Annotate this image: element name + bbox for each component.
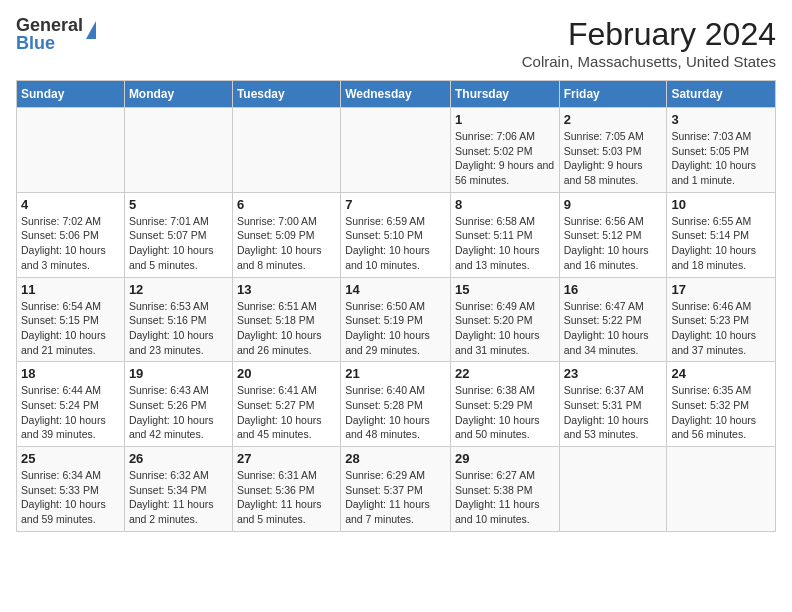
day-number: 29: [455, 451, 555, 466]
table-row: 10Sunrise: 6:55 AM Sunset: 5:14 PM Dayli…: [667, 192, 776, 277]
calendar-title: February 2024: [522, 16, 776, 53]
day-number: 6: [237, 197, 336, 212]
calendar-week-row: 25Sunrise: 6:34 AM Sunset: 5:33 PM Dayli…: [17, 447, 776, 532]
logo-blue: Blue: [16, 34, 83, 52]
day-number: 4: [21, 197, 120, 212]
table-row: 29Sunrise: 6:27 AM Sunset: 5:38 PM Dayli…: [450, 447, 559, 532]
table-row: 15Sunrise: 6:49 AM Sunset: 5:20 PM Dayli…: [450, 277, 559, 362]
table-row: 16Sunrise: 6:47 AM Sunset: 5:22 PM Dayli…: [559, 277, 667, 362]
day-detail: Sunrise: 6:44 AM Sunset: 5:24 PM Dayligh…: [21, 383, 120, 442]
table-row: 26Sunrise: 6:32 AM Sunset: 5:34 PM Dayli…: [124, 447, 232, 532]
logo: General Blue: [16, 16, 96, 52]
day-number: 28: [345, 451, 446, 466]
table-row: 20Sunrise: 6:41 AM Sunset: 5:27 PM Dayli…: [232, 362, 340, 447]
header-wednesday: Wednesday: [341, 81, 451, 108]
day-number: 12: [129, 282, 228, 297]
day-number: 15: [455, 282, 555, 297]
day-detail: Sunrise: 6:37 AM Sunset: 5:31 PM Dayligh…: [564, 383, 663, 442]
day-number: 2: [564, 112, 663, 127]
day-number: 11: [21, 282, 120, 297]
table-row: [124, 108, 232, 193]
day-detail: Sunrise: 7:01 AM Sunset: 5:07 PM Dayligh…: [129, 214, 228, 273]
day-number: 8: [455, 197, 555, 212]
header-tuesday: Tuesday: [232, 81, 340, 108]
header-friday: Friday: [559, 81, 667, 108]
day-detail: Sunrise: 7:06 AM Sunset: 5:02 PM Dayligh…: [455, 129, 555, 188]
table-row: 7Sunrise: 6:59 AM Sunset: 5:10 PM Daylig…: [341, 192, 451, 277]
table-row: 8Sunrise: 6:58 AM Sunset: 5:11 PM Daylig…: [450, 192, 559, 277]
table-row: [17, 108, 125, 193]
calendar-week-row: 11Sunrise: 6:54 AM Sunset: 5:15 PM Dayli…: [17, 277, 776, 362]
calendar-week-row: 4Sunrise: 7:02 AM Sunset: 5:06 PM Daylig…: [17, 192, 776, 277]
table-row: 25Sunrise: 6:34 AM Sunset: 5:33 PM Dayli…: [17, 447, 125, 532]
calendar-week-row: 1Sunrise: 7:06 AM Sunset: 5:02 PM Daylig…: [17, 108, 776, 193]
logo-general: General: [16, 16, 83, 34]
day-number: 21: [345, 366, 446, 381]
day-detail: Sunrise: 7:05 AM Sunset: 5:03 PM Dayligh…: [564, 129, 663, 188]
day-number: 19: [129, 366, 228, 381]
day-number: 9: [564, 197, 663, 212]
day-detail: Sunrise: 6:41 AM Sunset: 5:27 PM Dayligh…: [237, 383, 336, 442]
table-row: 17Sunrise: 6:46 AM Sunset: 5:23 PM Dayli…: [667, 277, 776, 362]
table-row: 14Sunrise: 6:50 AM Sunset: 5:19 PM Dayli…: [341, 277, 451, 362]
day-number: 16: [564, 282, 663, 297]
page-header: General Blue February 2024 Colrain, Mass…: [16, 16, 776, 70]
day-detail: Sunrise: 6:54 AM Sunset: 5:15 PM Dayligh…: [21, 299, 120, 358]
day-number: 10: [671, 197, 771, 212]
table-row: 19Sunrise: 6:43 AM Sunset: 5:26 PM Dayli…: [124, 362, 232, 447]
day-number: 1: [455, 112, 555, 127]
day-number: 26: [129, 451, 228, 466]
title-block: February 2024 Colrain, Massachusetts, Un…: [522, 16, 776, 70]
table-row: 13Sunrise: 6:51 AM Sunset: 5:18 PM Dayli…: [232, 277, 340, 362]
table-row: 18Sunrise: 6:44 AM Sunset: 5:24 PM Dayli…: [17, 362, 125, 447]
calendar-week-row: 18Sunrise: 6:44 AM Sunset: 5:24 PM Dayli…: [17, 362, 776, 447]
day-detail: Sunrise: 6:38 AM Sunset: 5:29 PM Dayligh…: [455, 383, 555, 442]
day-detail: Sunrise: 6:35 AM Sunset: 5:32 PM Dayligh…: [671, 383, 771, 442]
table-row: [232, 108, 340, 193]
table-row: 23Sunrise: 6:37 AM Sunset: 5:31 PM Dayli…: [559, 362, 667, 447]
day-detail: Sunrise: 6:55 AM Sunset: 5:14 PM Dayligh…: [671, 214, 771, 273]
table-row: 11Sunrise: 6:54 AM Sunset: 5:15 PM Dayli…: [17, 277, 125, 362]
table-row: 24Sunrise: 6:35 AM Sunset: 5:32 PM Dayli…: [667, 362, 776, 447]
day-number: 17: [671, 282, 771, 297]
logo-icon: [86, 21, 96, 39]
day-detail: Sunrise: 6:40 AM Sunset: 5:28 PM Dayligh…: [345, 383, 446, 442]
day-detail: Sunrise: 6:53 AM Sunset: 5:16 PM Dayligh…: [129, 299, 228, 358]
day-detail: Sunrise: 6:27 AM Sunset: 5:38 PM Dayligh…: [455, 468, 555, 527]
table-row: 4Sunrise: 7:02 AM Sunset: 5:06 PM Daylig…: [17, 192, 125, 277]
day-number: 22: [455, 366, 555, 381]
table-row: [559, 447, 667, 532]
day-number: 13: [237, 282, 336, 297]
table-row: 28Sunrise: 6:29 AM Sunset: 5:37 PM Dayli…: [341, 447, 451, 532]
day-detail: Sunrise: 7:02 AM Sunset: 5:06 PM Dayligh…: [21, 214, 120, 273]
table-row: [341, 108, 451, 193]
header-sunday: Sunday: [17, 81, 125, 108]
day-number: 25: [21, 451, 120, 466]
header-saturday: Saturday: [667, 81, 776, 108]
day-number: 24: [671, 366, 771, 381]
day-number: 20: [237, 366, 336, 381]
header-monday: Monday: [124, 81, 232, 108]
day-detail: Sunrise: 6:56 AM Sunset: 5:12 PM Dayligh…: [564, 214, 663, 273]
day-detail: Sunrise: 6:46 AM Sunset: 5:23 PM Dayligh…: [671, 299, 771, 358]
day-number: 27: [237, 451, 336, 466]
header-thursday: Thursday: [450, 81, 559, 108]
day-detail: Sunrise: 6:49 AM Sunset: 5:20 PM Dayligh…: [455, 299, 555, 358]
table-row: 21Sunrise: 6:40 AM Sunset: 5:28 PM Dayli…: [341, 362, 451, 447]
day-number: 18: [21, 366, 120, 381]
day-detail: Sunrise: 7:03 AM Sunset: 5:05 PM Dayligh…: [671, 129, 771, 188]
day-detail: Sunrise: 6:32 AM Sunset: 5:34 PM Dayligh…: [129, 468, 228, 527]
day-number: 3: [671, 112, 771, 127]
calendar-subtitle: Colrain, Massachusetts, United States: [522, 53, 776, 70]
day-detail: Sunrise: 6:59 AM Sunset: 5:10 PM Dayligh…: [345, 214, 446, 273]
table-row: 1Sunrise: 7:06 AM Sunset: 5:02 PM Daylig…: [450, 108, 559, 193]
table-row: 27Sunrise: 6:31 AM Sunset: 5:36 PM Dayli…: [232, 447, 340, 532]
day-number: 5: [129, 197, 228, 212]
day-detail: Sunrise: 6:50 AM Sunset: 5:19 PM Dayligh…: [345, 299, 446, 358]
day-number: 23: [564, 366, 663, 381]
table-row: 9Sunrise: 6:56 AM Sunset: 5:12 PM Daylig…: [559, 192, 667, 277]
table-row: 3Sunrise: 7:03 AM Sunset: 5:05 PM Daylig…: [667, 108, 776, 193]
table-row: 12Sunrise: 6:53 AM Sunset: 5:16 PM Dayli…: [124, 277, 232, 362]
day-detail: Sunrise: 7:00 AM Sunset: 5:09 PM Dayligh…: [237, 214, 336, 273]
day-number: 14: [345, 282, 446, 297]
